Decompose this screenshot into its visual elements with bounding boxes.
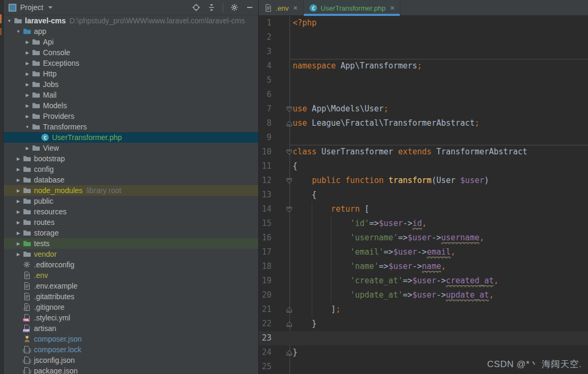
code-line-1[interactable]: 1<?php [259,16,588,30]
close-icon[interactable]: ✕ [293,5,298,12]
tree-item-editorconfig[interactable]: .editorconfig [4,259,258,270]
chevron-down-icon[interactable] [48,5,53,10]
tree-item-artisan[interactable]: PHPartisan [4,323,258,334]
code-line-4[interactable]: 4namespace App\Transformers; [259,59,588,73]
collapse-all-icon[interactable] [207,3,216,12]
tree-item-env-example[interactable]: .env.example [4,281,258,291]
collapsed-arrow-icon[interactable]: ▶ [23,72,32,76]
code-line-6[interactable]: 6 [259,88,588,102]
collapsed-arrow-icon[interactable]: ▶ [14,210,23,214]
collapsed-arrow-icon[interactable]: ▶ [23,103,32,108]
close-icon[interactable]: ✕ [390,5,394,12]
code-line-17[interactable]: 17 'email'=>$user->email, [259,245,588,259]
tree-item-bootstrap[interactable]: ▶bootstrap [4,153,258,164]
collapsed-arrow-icon[interactable]: ▶ [14,220,23,225]
code-line-9[interactable]: 9 [259,131,588,145]
tree-item-node-modules[interactable]: ▶node_moduleslibrary root [4,185,258,196]
tree-item-tests[interactable]: ▶tests [4,238,258,249]
expanded-arrow-icon[interactable]: ▼ [14,29,23,34]
tree-item-usertransformer-php[interactable]: CUserTransformer.php [4,132,258,143]
fold-marker-icon[interactable] [286,120,292,127]
fold-marker-icon[interactable] [286,321,292,327]
code-line-5[interactable]: 5 [259,73,588,88]
collapsed-arrow-icon[interactable]: ▶ [23,146,32,151]
tab-usertransformer-php[interactable]: CUserTransformer.php✕ [304,0,401,16]
collapsed-arrow-icon[interactable]: ▶ [14,252,23,257]
text-file-icon [23,292,31,301]
tree-item-transformers[interactable]: ▼Transformers [4,121,258,132]
collapsed-arrow-icon[interactable]: ▶ [23,82,32,87]
collapsed-arrow-icon[interactable]: ▶ [14,178,23,182]
tree-item-mail[interactable]: ▶Mail [4,90,258,100]
tree-item-gitattributes[interactable]: .gitattributes [4,291,258,302]
tree-item-composer-json[interactable]: composer.json [4,334,258,344]
code-line-10[interactable]: 10class UserTransformer extends Transfor… [259,145,588,159]
tree-item-jobs[interactable]: ▶Jobs [4,79,258,90]
tree-item-composer-lock[interactable]: {..}composer.lock [4,344,258,355]
collapsed-arrow-icon[interactable]: ▶ [23,40,32,45]
tree-item-styleci-yml[interactable]: YML.styleci.yml [4,312,258,323]
tree-item-http[interactable]: ▶Http [4,68,258,79]
fold-marker-icon[interactable] [286,106,292,112]
tree-item-exceptions[interactable]: ▶Exceptions [4,58,258,68]
collapsed-arrow-icon[interactable]: ▶ [14,231,23,236]
code-line-19[interactable]: 19 'create_at'=>$user->created_at, [259,274,588,288]
collapsed-arrow-icon[interactable]: ▶ [14,156,23,161]
collapsed-arrow-icon[interactable]: ▶ [14,167,23,172]
tree-item-storage[interactable]: ▶storage [4,228,258,238]
tab-env[interactable]: .env✕ [259,0,304,16]
code-line-15[interactable]: 15 'id'=>$user->id, [259,216,588,231]
code-line-18[interactable]: 18 'name'=>$user->name, [259,259,588,274]
code-line-22[interactable]: 22 } [259,317,588,331]
collapsed-arrow-icon[interactable]: ▶ [14,199,23,204]
collapsed-arrow-icon[interactable]: ▶ [14,241,23,246]
tree-item-vendor[interactable]: ▶vendor [4,249,258,259]
tree-item-view[interactable]: ▶View [4,143,258,153]
expanded-arrow-icon[interactable]: ▼ [5,19,14,23]
expanded-arrow-icon[interactable]: ▼ [23,125,32,129]
code-line-16[interactable]: 16 'username'=>$user->username, [259,231,588,245]
locate-icon[interactable] [192,3,200,12]
code-editor[interactable]: 1<?php234namespace App\Transformers;567u… [259,16,588,374]
tree-item-package-json[interactable]: {..}package.json [4,366,258,374]
collapsed-arrow-icon[interactable]: ▶ [23,114,32,119]
code-line-21[interactable]: 21 ]; [259,302,588,317]
tree-item-providers[interactable]: ▶Providers [4,111,258,121]
settings-gear-icon[interactable] [230,3,239,12]
tree-item-resources[interactable]: ▶resources [4,206,258,217]
code-line-23[interactable]: 23 [259,331,588,345]
code-line-3[interactable]: 3 [259,45,588,59]
collapsed-arrow-icon[interactable]: ▶ [14,188,23,193]
tree-item-jsconfig-json[interactable]: {..}jsconfig.json [4,355,258,366]
fold-marker-icon[interactable] [286,350,292,356]
code-line-12[interactable]: 12 public function transform(User $user) [259,173,588,188]
project-panel-title[interactable]: Project [20,3,43,12]
tree-item-app[interactable]: ▼app [4,26,258,37]
tree-item-public[interactable]: ▶public [4,196,258,206]
tree-item-env[interactable]: .env [4,270,258,281]
fold-marker-icon[interactable] [286,149,292,155]
code-line-8[interactable]: 8use League\Fractal\TransformerAbstract; [259,116,588,131]
tree-item-database[interactable]: ▶database [4,175,258,185]
hide-icon[interactable] [245,3,254,12]
tree-item-gitignore[interactable]: .gitignore [4,302,258,312]
tree-item-routes[interactable]: ▶routes [4,217,258,228]
code-line-24[interactable]: 24} [259,345,588,360]
fold-marker-icon[interactable] [286,307,292,313]
collapsed-arrow-icon[interactable]: ▶ [23,93,32,98]
code-line-11[interactable]: 11{ [259,159,588,173]
tree-item-laravel-cms[interactable]: ▼laravel-cmsD:\phpstudy_pro\WWW\www.lara… [4,15,258,26]
tree-item-api[interactable]: ▶Api [4,37,258,47]
fold-marker-icon[interactable] [286,206,292,213]
code-line-14[interactable]: 14 return [ [259,202,588,216]
collapsed-arrow-icon[interactable]: ▶ [23,50,32,55]
code-line-20[interactable]: 20 'update_at'=>$user->update_at, [259,288,588,302]
collapsed-arrow-icon[interactable]: ▶ [23,61,32,66]
code-line-13[interactable]: 13 { [259,188,588,202]
code-line-2[interactable]: 2 [259,30,588,45]
code-line-7[interactable]: 7use App\Models\User; [259,102,588,116]
tree-item-config[interactable]: ▶config [4,164,258,175]
tree-item-console[interactable]: ▶Console [4,47,258,58]
tree-item-models[interactable]: ▶Models [4,100,258,111]
fold-marker-icon[interactable] [286,178,292,184]
